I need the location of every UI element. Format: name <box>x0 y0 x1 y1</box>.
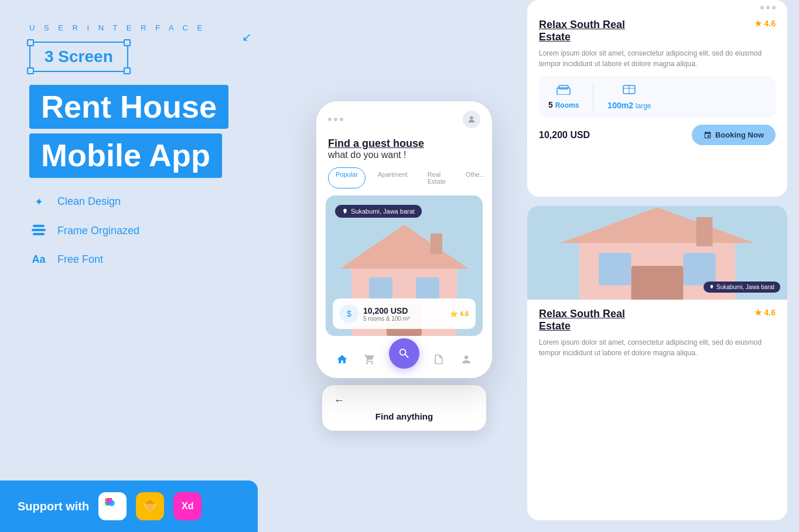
detail-features-1: 5 Rooms 100m2 large <box>539 76 776 118</box>
detail-card-2-content: Relax South Real Estate ★ 4.6 Lorem ipsu… <box>527 300 787 520</box>
tab-popular[interactable]: Popular <box>328 167 366 188</box>
screen-badge: 3 Screen <box>29 42 128 72</box>
dollar-icon: $ <box>340 304 358 323</box>
xd-icon[interactable]: Xd <box>173 492 202 520</box>
detail-title-1: Relax South Real Estate <box>539 19 656 43</box>
detail-header-1: Relax South Real Estate ★ 4.6 <box>539 19 776 43</box>
nav-cart-icon[interactable] <box>361 351 378 368</box>
card-rating: ⭐ 4.6 <box>450 310 469 318</box>
detail-card-1: Relax South Real Estate ★ 4.6 Lorem ipsu… <box>527 0 787 197</box>
feature-font: Aa Free Font <box>29 253 264 266</box>
greeting-sub: what do you want ! <box>328 150 480 160</box>
svg-rect-2 <box>33 233 45 235</box>
detail-desc-1: Lorem ipsum dolor sit amet, consectetur … <box>539 48 776 69</box>
bottom-card-preview: ← Find anything <box>322 385 486 431</box>
rooms-value: 5 Rooms <box>548 100 579 109</box>
screen-badge-wrapper: ↙ 3 Screen <box>29 42 264 72</box>
phone-mockup: Find a guest house what do you want ! Po… <box>316 101 492 378</box>
tab-other[interactable]: Othe... <box>458 167 492 188</box>
sketch-icon[interactable] <box>136 492 164 520</box>
card-rooms: 5 rooms & 100 m² <box>363 315 450 322</box>
title-rent-house: Rent House <box>41 90 217 124</box>
avatar-icon[interactable] <box>463 111 480 128</box>
bottom-card-title: Find anything <box>334 411 474 421</box>
right-panel: Relax South Real Estate ★ 4.6 Lorem ipsu… <box>515 0 799 532</box>
svg-rect-25 <box>631 266 684 300</box>
location-badge: Sukabumi, Jawa barat <box>335 205 422 218</box>
location-badge-card2: Sukabumi, Jawa barat <box>704 282 780 293</box>
tab-real-estate[interactable]: Real Estate <box>420 167 453 188</box>
rooms-feature: 5 Rooms <box>548 83 579 111</box>
dot-2 <box>334 118 337 121</box>
svg-rect-1 <box>32 229 46 231</box>
left-panel: U S E R I N T E R F A C E ↙ 3 Screen Ren… <box>0 0 293 532</box>
booking-button[interactable]: Booking Now <box>692 125 776 145</box>
detail-rating-1: ★ 4.6 <box>754 19 776 28</box>
back-arrow[interactable]: ← <box>334 394 474 407</box>
svg-rect-0 <box>33 225 45 227</box>
svg-point-6 <box>470 116 473 119</box>
corner-tr <box>124 39 131 46</box>
font-icon: Aa <box>29 253 48 266</box>
corner-br <box>124 67 131 74</box>
corner-bl <box>27 67 34 74</box>
card-info: $ 10,200 USD 5 rooms & 100 m² ⭐ 4.6 <box>333 298 476 329</box>
title-mobile-app: Mobile App <box>41 138 210 173</box>
phone-top-bar <box>316 101 492 133</box>
nav-home-icon[interactable] <box>334 351 350 368</box>
figma-icon[interactable] <box>98 492 127 520</box>
phone-dots <box>328 118 343 121</box>
area-icon <box>622 83 636 98</box>
feature-clean-design: ✦ Clean Design <box>29 195 264 208</box>
sparkle-icon: ✦ <box>29 195 48 208</box>
dot-3 <box>340 118 343 121</box>
svg-rect-10 <box>369 277 392 301</box>
card-price: 10,200 USD <box>363 306 450 315</box>
detail-card-2-img: Sukabumi, Jawa barat <box>527 206 787 300</box>
house-card[interactable]: Sukabumi, Jawa barat $ 10,200 USD 5 room… <box>326 195 483 336</box>
support-label: Support with <box>18 500 89 513</box>
center-panel: Find a guest house what do you want ! Po… <box>293 0 515 532</box>
detail-desc-2: Lorem ipsum dolor sit amet, consectetur … <box>539 337 776 358</box>
svg-rect-23 <box>599 253 631 286</box>
support-bar: Support with Xd <box>0 480 258 532</box>
feature-label-frame: Frame Orginazed <box>57 225 139 237</box>
nav-search-button[interactable] <box>389 338 419 369</box>
detail-footer-1: 10,200 USD Booking Now <box>539 125 776 145</box>
svg-rect-16 <box>559 85 568 89</box>
badge-text: 3 Screen <box>45 47 113 66</box>
greeting-main: Find a guest house <box>328 138 480 150</box>
subtitle: U S E R I N T E R F A C E <box>29 23 264 32</box>
svg-rect-11 <box>416 277 439 301</box>
title-box-1: Rent House <box>29 85 228 129</box>
cursor-icon: ↙ <box>242 30 252 44</box>
svg-rect-13 <box>431 234 442 254</box>
corner-tl <box>27 39 34 46</box>
tab-apartment[interactable]: Apartment <box>370 167 415 188</box>
detail-title-2: Relax South Real Estate <box>539 308 656 332</box>
nav-profile-icon[interactable] <box>458 351 474 368</box>
svg-rect-24 <box>683 253 716 286</box>
detail-price-1: 10,200 USD <box>539 130 590 140</box>
svg-rect-26 <box>696 217 713 246</box>
title-box-2: Mobile App <box>29 133 222 177</box>
dot-1 <box>328 118 332 121</box>
rooms-icon <box>556 83 571 98</box>
feature-frame: Frame Orginazed <box>29 225 264 237</box>
detail-rating-2: ★ 4.6 <box>754 308 776 317</box>
area-value: 100m2 large <box>607 100 651 111</box>
phone-tabs: Popular Apartment Real Estate Othe... <box>316 167 492 195</box>
detail-header-2: Relax South Real Estate ★ 4.6 <box>539 308 776 332</box>
nav-document-icon[interactable] <box>431 351 447 368</box>
layers-icon <box>29 225 48 236</box>
phone-nav <box>316 343 492 378</box>
phone-greeting: Find a guest house what do you want ! <box>316 133 492 167</box>
feature-label-clean: Clean Design <box>57 195 121 208</box>
detail-card-2: Sukabumi, Jawa barat Relax South Real Es… <box>527 206 787 520</box>
detail-card-1-content: Relax South Real Estate ★ 4.6 Lorem ipsu… <box>527 9 787 197</box>
feature-label-font: Free Font <box>57 253 103 266</box>
area-feature: 100m2 large <box>607 83 651 111</box>
